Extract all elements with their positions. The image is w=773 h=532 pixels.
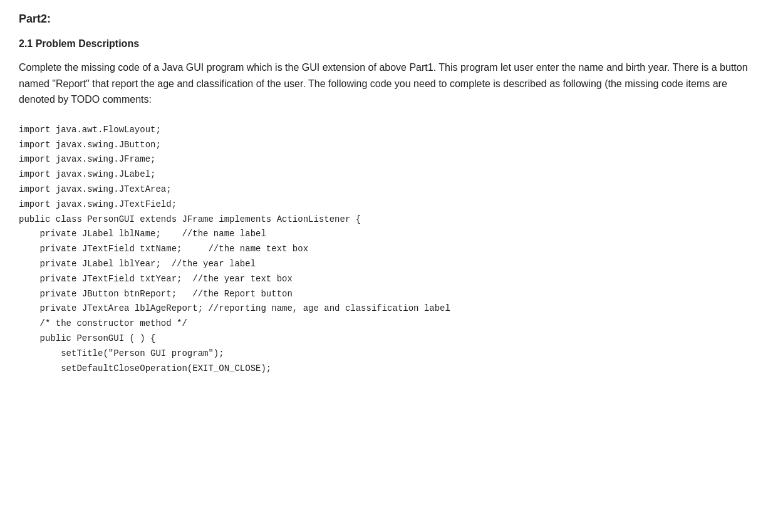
code-line: import javax.swing.JTextArea; [19, 182, 754, 197]
code-line: private JLabel lblYear; //the year label [19, 257, 754, 272]
description-text: Complete the missing code of a Java GUI … [19, 60, 754, 108]
code-line: import javax.swing.JTextField; [19, 197, 754, 212]
code-line: import javax.swing.JFrame; [19, 152, 754, 167]
code-line: private JButton btnReport; //the Report … [19, 287, 754, 302]
code-line: import javax.swing.JLabel; [19, 167, 754, 182]
code-line: setDefaultCloseOperation(EXIT_ON_CLOSE); [19, 362, 754, 377]
code-line: import java.awt.FlowLayout; [19, 123, 754, 138]
code-line: private JLabel lblName; //the name label [19, 227, 754, 242]
code-line: /* the constructor method */ [19, 316, 754, 331]
code-line: setTitle("Person GUI program"); [19, 347, 754, 362]
code-block: import java.awt.FlowLayout;import javax.… [19, 123, 754, 377]
code-line: import javax.swing.JButton; [19, 138, 754, 153]
section-heading: 2.1 Problem Descriptions [19, 38, 754, 50]
code-line: private JTextArea lblAgeReport; //report… [19, 301, 754, 316]
code-line: public PersonGUI ( ) { [19, 331, 754, 347]
page-title: Part2: [19, 13, 754, 26]
code-line: private JTextField txtYear; //the year t… [19, 272, 754, 287]
code-line: private JTextField txtName; //the name t… [19, 242, 754, 257]
code-line: public class PersonGUI extends JFrame im… [19, 212, 754, 227]
